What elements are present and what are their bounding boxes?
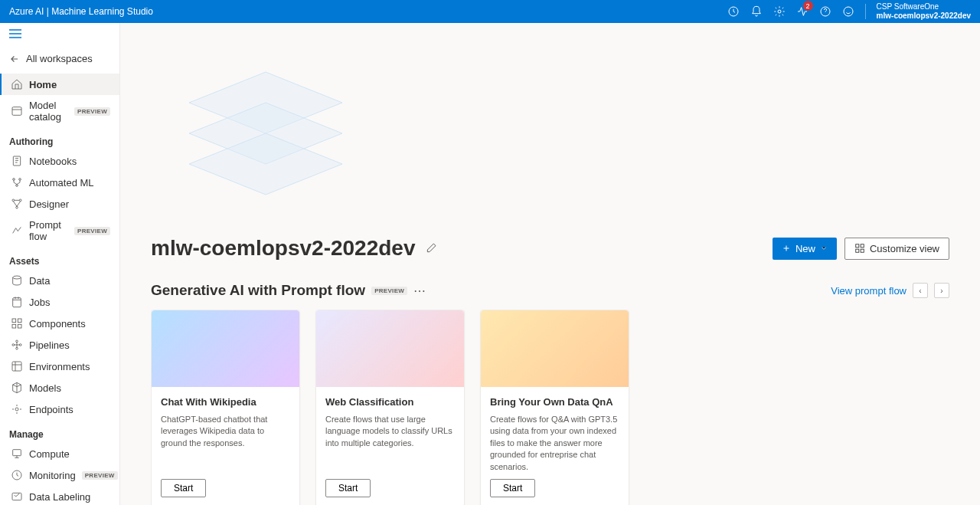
sidebar-item-endpoints[interactable]: Endpoints <box>0 398 119 420</box>
start-button[interactable]: Start <box>161 479 206 497</box>
edit-icon[interactable] <box>425 242 437 254</box>
prev-button[interactable]: ‹ <box>913 283 928 298</box>
sidebar-label: Notebooks <box>29 156 77 167</box>
svg-point-19 <box>16 340 18 343</box>
sidebar: All workspaces HomeModel catalogPREVIEW … <box>0 23 120 505</box>
sidebar-item-automated-ml[interactable]: Automated ML <box>0 172 119 193</box>
diagnostics-icon[interactable]: 2 <box>796 5 808 18</box>
workspace-crumb: mlw-coemlopsv2-2022dev <box>877 11 971 21</box>
topbar: Azure AI | Machine Learning Studio 2 CSP… <box>0 0 980 23</box>
bell-icon[interactable] <box>750 5 763 18</box>
sidebar-label: Jobs <box>29 297 50 308</box>
svg-rect-22 <box>12 362 21 371</box>
svg-point-12 <box>13 276 21 279</box>
sidebar-item-jobs[interactable]: Jobs <box>0 291 119 313</box>
svg-point-9 <box>12 199 15 202</box>
sidebar-label: Compute <box>29 448 70 460</box>
card-title: Bring Your Own Data QnA <box>490 396 619 408</box>
promptflow-icon <box>11 225 23 237</box>
svg-rect-13 <box>13 298 21 307</box>
sidebar-label: Model catalog <box>29 100 68 123</box>
page-title: mlw-coemlopsv2-2022dev <box>151 236 416 261</box>
sidebar-item-data-labeling[interactable]: Data Labeling <box>0 486 119 505</box>
svg-point-18 <box>12 344 15 346</box>
all-workspaces-link[interactable]: All workspaces <box>0 47 119 71</box>
notebook-icon <box>11 155 23 167</box>
page-header: mlw-coemlopsv2-2022dev New Customize vie… <box>151 236 949 261</box>
preview-badge: PREVIEW <box>371 287 407 295</box>
sidebar-item-model-catalog[interactable]: Model catalogPREVIEW <box>0 95 119 127</box>
preview-badge: PREVIEW <box>74 227 110 235</box>
sidebar-item-home[interactable]: Home <box>0 74 119 95</box>
sidebar-item-compute[interactable]: Compute <box>0 443 119 464</box>
next-button[interactable]: › <box>934 283 949 298</box>
start-button[interactable]: Start <box>325 479 371 497</box>
sidebar-label: Models <box>29 382 61 394</box>
section-prompt-flow: Generative AI with Prompt flow PREVIEW ⋯… <box>151 282 949 505</box>
sidebar-item-data[interactable]: Data <box>0 270 119 291</box>
help-icon[interactable] <box>819 5 831 18</box>
sidebar-item-pipelines[interactable]: Pipelines <box>0 334 119 356</box>
data-icon <box>11 274 23 287</box>
clock-icon[interactable] <box>727 5 740 18</box>
sidebar-item-models[interactable]: Models <box>0 377 119 398</box>
card-title: Web Classification <box>325 396 455 408</box>
labeling-icon <box>11 490 23 503</box>
hamburger-icon[interactable] <box>0 23 119 47</box>
sidebar-item-components[interactable]: Components <box>0 313 119 334</box>
svg-rect-29 <box>856 249 859 252</box>
svg-rect-17 <box>18 324 21 328</box>
sidebar-item-prompt-flow[interactable]: Prompt flowPREVIEW <box>0 215 119 247</box>
monitoring-icon <box>11 469 23 481</box>
svg-point-10 <box>19 199 21 202</box>
customize-view-button[interactable]: Customize view <box>844 238 949 260</box>
svg-rect-26 <box>12 493 21 500</box>
components-icon <box>11 317 23 330</box>
svg-rect-15 <box>18 319 21 323</box>
sidebar-label: Environments <box>29 361 90 372</box>
env-icon <box>11 360 23 372</box>
sidebar-label: Components <box>29 318 86 330</box>
sidebar-item-monitoring[interactable]: MonitoringPREVIEW <box>0 464 119 486</box>
preview-badge: PREVIEW <box>74 107 110 116</box>
card-image <box>481 310 629 387</box>
decorative-bg <box>151 41 381 233</box>
sidebar-item-environments[interactable]: Environments <box>0 356 119 377</box>
svg-point-11 <box>16 206 18 208</box>
sidebar-section-assets: Assets <box>0 247 119 270</box>
feedback-icon[interactable] <box>842 5 854 18</box>
sidebar-label: Home <box>29 79 57 90</box>
pipelines-icon <box>11 339 23 351</box>
models-icon <box>11 382 23 394</box>
promptflow-card: Web ClassificationCreate flows that use … <box>315 310 465 505</box>
more-icon[interactable]: ⋯ <box>413 284 426 298</box>
sidebar-label: Endpoints <box>29 404 74 415</box>
new-button[interactable]: New <box>773 238 837 260</box>
notification-badge: 2 <box>803 1 813 11</box>
card-description: Create flows that use large language mod… <box>325 414 455 473</box>
chevron-down-icon <box>820 244 828 252</box>
sidebar-label: Pipelines <box>29 339 70 351</box>
divider <box>865 4 866 19</box>
gear-icon[interactable] <box>773 5 786 18</box>
new-label: New <box>795 243 815 254</box>
sidebar-item-notebooks[interactable]: Notebooks <box>0 150 119 172</box>
designer-icon <box>11 198 23 210</box>
tenant-info[interactable]: CSP SoftwareOne mlw-coemlopsv2-2022dev <box>877 2 971 21</box>
card-description: Create flows for Q&A with GPT3.5 using d… <box>490 414 619 473</box>
svg-rect-4 <box>12 107 21 116</box>
start-button[interactable]: Start <box>490 479 535 497</box>
svg-point-3 <box>844 7 853 16</box>
sidebar-item-designer[interactable]: Designer <box>0 193 119 215</box>
svg-rect-24 <box>13 450 21 456</box>
svg-point-23 <box>15 408 18 411</box>
svg-rect-5 <box>13 156 20 166</box>
view-prompt-flow-link[interactable]: View prompt flow <box>831 285 906 297</box>
jobs-icon <box>11 296 23 308</box>
app-title: Azure AI | Machine Learning Studio <box>9 6 153 17</box>
card-image <box>152 310 299 387</box>
svg-rect-14 <box>12 319 16 323</box>
tenant-name: CSP SoftwareOne <box>877 2 971 11</box>
sidebar-label: Prompt flow <box>29 219 68 242</box>
svg-rect-27 <box>856 244 859 248</box>
